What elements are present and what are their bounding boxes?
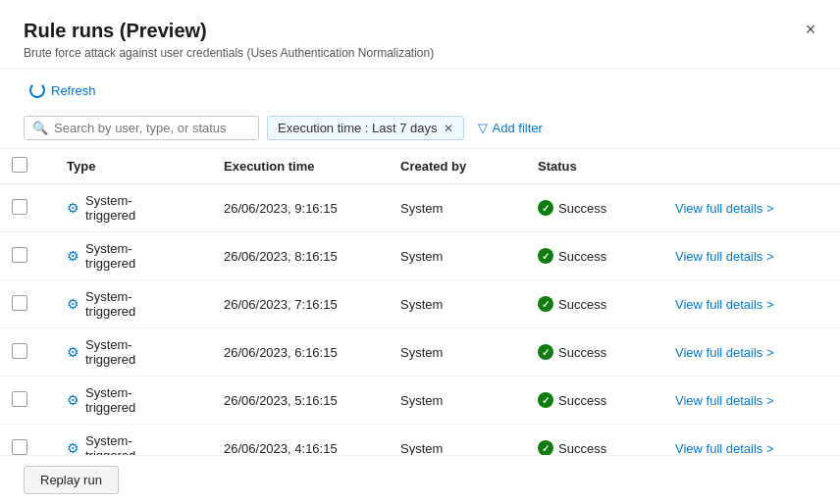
table-row: ⚙ System-triggered 26/06/2023, 7:16:15 S… (0, 280, 840, 328)
refresh-icon (29, 82, 45, 98)
row-type-cell: ⚙ System-triggered (43, 377, 200, 425)
status-text: Success (558, 201, 606, 216)
table-header-row: Type Execution time Created by Status (0, 149, 840, 184)
row-checkbox[interactable] (12, 295, 27, 311)
status-badge: Success (538, 392, 628, 408)
row-execution-time: 26/06/2023, 6:16:15 (200, 328, 377, 377)
header-checkbox[interactable] (12, 157, 27, 173)
row-action-cell: View full details > (652, 280, 840, 328)
status-text: Success (558, 393, 606, 408)
row-status-cell: Success (514, 377, 652, 425)
row-type: System-triggered (85, 193, 177, 223)
status-badge: Success (538, 344, 628, 360)
row-created-by: System (377, 425, 514, 456)
view-full-details-link[interactable]: View full details > (675, 249, 774, 264)
row-execution-time: 26/06/2023, 7:16:15 (200, 280, 377, 328)
filter-bar: 🔍 Execution time : Last 7 days ✕ ▽ Add f… (0, 110, 840, 149)
filter-chip-close[interactable]: ✕ (444, 122, 453, 135)
close-icon: × (806, 20, 816, 40)
row-action-cell: View full details > (652, 377, 840, 425)
row-type: System-triggered (85, 433, 177, 455)
status-badge: Success (538, 248, 628, 264)
view-full-details-link[interactable]: View full details > (675, 393, 774, 408)
table-row: ⚙ System-triggered 26/06/2023, 5:16:15 S… (0, 377, 840, 425)
dialog-header: Rule runs (Preview) Brute force attack a… (0, 0, 840, 69)
success-icon (538, 248, 553, 264)
close-button[interactable]: × (797, 16, 824, 43)
row-action-cell: View full details > (652, 184, 840, 232)
type-cell: ⚙ System-triggered (67, 241, 177, 271)
row-execution-time: 26/06/2023, 8:16:15 (200, 232, 377, 280)
add-filter-button[interactable]: ▽ Add filter (472, 117, 549, 139)
row-status-cell: Success (514, 328, 652, 377)
row-created-by: System (377, 377, 514, 425)
row-checkbox-cell (0, 425, 43, 456)
row-checkbox-cell (0, 184, 43, 232)
rule-runs-dialog: Rule runs (Preview) Brute force attack a… (0, 0, 840, 504)
success-icon (538, 344, 553, 360)
row-action-cell: View full details > (652, 328, 840, 377)
row-checkbox[interactable] (12, 247, 27, 263)
row-type: System-triggered (85, 385, 177, 415)
type-cell: ⚙ System-triggered (67, 385, 177, 415)
row-created-by: System (377, 184, 514, 232)
refresh-label: Refresh (51, 83, 96, 98)
row-type-cell: ⚙ System-triggered (43, 184, 200, 232)
status-text: Success (558, 249, 606, 264)
row-type-cell: ⚙ System-triggered (43, 425, 200, 456)
gear-icon: ⚙ (67, 248, 79, 264)
status-badge: Success (538, 296, 628, 312)
row-checkbox[interactable] (12, 199, 27, 215)
filter-chip: Execution time : Last 7 days ✕ (267, 116, 464, 140)
row-status-cell: Success (514, 184, 652, 232)
col-header-status: Status (514, 149, 652, 184)
row-created-by: System (377, 328, 514, 377)
row-checkbox[interactable] (12, 439, 27, 455)
table-row: ⚙ System-triggered 26/06/2023, 9:16:15 S… (0, 184, 840, 232)
view-full-details-link[interactable]: View full details > (675, 201, 774, 216)
status-text: Success (558, 345, 606, 360)
search-input[interactable] (54, 121, 250, 135)
filter-chip-label: Execution time : Last 7 days (278, 121, 438, 135)
row-status-cell: Success (514, 280, 652, 328)
row-action-cell: View full details > (652, 425, 840, 456)
view-full-details-link[interactable]: View full details > (675, 297, 774, 312)
row-execution-time: 26/06/2023, 4:16:15 (200, 425, 377, 456)
row-action-cell: View full details > (652, 232, 840, 280)
row-created-by: System (377, 232, 514, 280)
replay-run-button[interactable]: Replay run (24, 466, 119, 494)
search-box[interactable]: 🔍 (24, 116, 259, 140)
view-full-details-link[interactable]: View full details > (675, 441, 774, 456)
success-icon (538, 200, 553, 216)
row-checkbox-cell (0, 232, 43, 280)
type-cell: ⚙ System-triggered (67, 433, 177, 455)
runs-table: Type Execution time Created by Status (0, 149, 840, 455)
table-container: Type Execution time Created by Status (0, 149, 840, 455)
col-header-checkbox (0, 149, 43, 184)
success-icon (538, 440, 553, 455)
row-status-cell: Success (514, 232, 652, 280)
row-type: System-triggered (85, 337, 177, 367)
type-cell: ⚙ System-triggered (67, 193, 177, 223)
table-row: ⚙ System-triggered 26/06/2023, 6:16:15 S… (0, 328, 840, 377)
type-cell: ⚙ System-triggered (67, 337, 177, 367)
success-icon (538, 392, 553, 408)
row-type-cell: ⚙ System-triggered (43, 232, 200, 280)
status-badge: Success (538, 440, 628, 455)
row-checkbox[interactable] (12, 391, 27, 407)
col-header-type: Type (43, 149, 200, 184)
gear-icon: ⚙ (67, 392, 79, 408)
status-text: Success (558, 441, 606, 456)
row-checkbox-cell (0, 328, 43, 377)
dialog-subtitle: Brute force attack against user credenti… (24, 46, 816, 60)
status-text: Success (558, 297, 606, 312)
row-checkbox[interactable] (12, 343, 27, 359)
replay-run-label: Replay run (40, 473, 102, 487)
status-badge: Success (538, 200, 628, 216)
refresh-button[interactable]: Refresh (24, 78, 102, 102)
table-row: ⚙ System-triggered 26/06/2023, 4:16:15 S… (0, 425, 840, 456)
filter-icon: ▽ (478, 121, 488, 135)
view-full-details-link[interactable]: View full details > (675, 345, 774, 360)
gear-icon: ⚙ (67, 296, 79, 312)
type-cell: ⚙ System-triggered (67, 289, 177, 319)
